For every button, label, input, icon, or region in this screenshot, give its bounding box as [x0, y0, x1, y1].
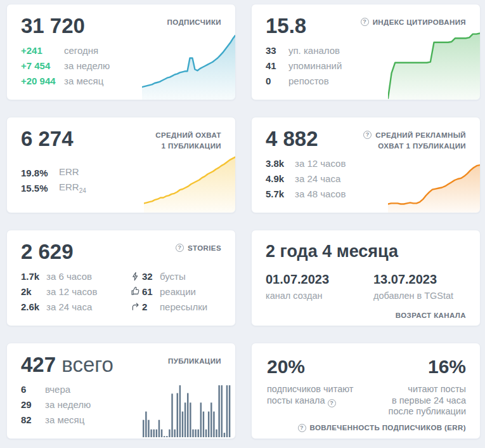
stat-value: 41 — [266, 60, 288, 71]
ad-reach-stats: 3.8k за 12 часов 4.9k за 24 часа 5.7k за… — [266, 155, 346, 201]
stat-value: 0 — [266, 76, 288, 86]
average-reach-value: 6 274 — [21, 128, 74, 150]
stat-label: реакции — [160, 286, 196, 297]
card-title-stories: ? STORIES — [176, 243, 221, 254]
stat-row: +7 454 за неделю — [21, 58, 110, 73]
stat-row: 61 реакции — [131, 284, 207, 299]
err24-percent: 16% — [428, 356, 466, 378]
stat-label: за 12 часов — [295, 158, 346, 169]
bolt-icon — [131, 271, 142, 282]
help-icon[interactable]: ? — [361, 18, 369, 26]
stat-value: 19.8% — [21, 168, 59, 178]
average-ad-reach-chart — [388, 147, 480, 213]
publications-count-suffix: всего — [56, 353, 113, 376]
added-date: 13.07.2023 — [373, 272, 453, 287]
stat-row: 4.9k за 24 часа — [266, 171, 346, 186]
stat-row: 3.8k за 12 часов — [266, 155, 346, 171]
stat-label: за месяц — [45, 414, 84, 425]
forward-icon — [131, 301, 142, 312]
stat-label: ERR — [59, 166, 79, 179]
err-stats: 19.8% ERR 15.5% ERR24 — [21, 165, 86, 195]
stat-label: упоминаний — [288, 60, 342, 71]
stat-label: репостов — [288, 76, 329, 86]
stat-row: 82 за месяц — [21, 412, 91, 427]
thumb-up-icon — [131, 286, 142, 296]
err-percent: 20% — [267, 356, 305, 378]
stat-label: за неделю — [64, 60, 110, 71]
stat-value: 5.7k — [266, 188, 295, 199]
stat-label: уп. каналов — [288, 45, 340, 56]
card-title-subscribers: ПОДПИСЧИКИ — [167, 17, 221, 28]
stat-value: 15.5% — [21, 183, 59, 194]
help-icon[interactable]: ? — [298, 424, 306, 432]
card-average-ad-reach: 4 882 ? СРЕДНИЙ РЕКЛАМНЫЙ ОХВАТ 1 ПУБЛИК… — [251, 117, 481, 213]
average-reach-chart — [144, 142, 235, 213]
subscribers-stats: +241 сегодня +7 454 за неделю +20 944 за… — [21, 43, 110, 88]
stat-value: 6 — [21, 384, 45, 395]
stories-engagement-stats: 32 бусты 61 реакции 2 пересылки — [131, 268, 207, 314]
stat-label: вчера — [45, 384, 70, 395]
stat-row: 32 бусты — [131, 268, 207, 284]
stat-row: 2.6k за 24 часа — [21, 299, 97, 314]
stat-label: ERR24 — [59, 181, 86, 194]
publications-bar-chart — [143, 381, 231, 437]
stat-row: 0 репостов — [266, 73, 342, 88]
stat-value: +20 944 — [21, 76, 64, 86]
help-icon[interactable]: ? — [328, 399, 336, 407]
stat-value: 3.8k — [266, 158, 295, 169]
card-channel-age: 2 года 4 месяца 01.07.2023 канал создан … — [251, 230, 481, 326]
stat-label: пересылки — [160, 301, 207, 312]
card-citation-index: 15.8 ? ИНДЕКС ЦИТИРОВАНИЯ 33 уп. каналов… — [251, 4, 481, 100]
stat-label: за 12 часов — [46, 286, 97, 297]
help-icon[interactable]: ? — [363, 131, 372, 139]
card-title-channel-age: ВОЗРАСТ КАНАЛА — [396, 312, 466, 319]
stat-label: за неделю — [45, 399, 91, 410]
stat-row: 29 за неделю — [21, 397, 91, 412]
stat-row: 1.7k за 6 часов — [21, 268, 97, 284]
stats-dashboard: 31 720 ПОДПИСЧИКИ +241 сегодня +7 454 за… — [0, 0, 485, 439]
stat-value: 29 — [21, 399, 45, 410]
card-average-reach: 6 274 СРЕДНИЙ ОХВАТ 1 ПУБЛИКАЦИИ 19.8% E… — [6, 117, 236, 213]
added-label: добавлен в TGStat — [373, 291, 453, 301]
stat-row: 5.7k за 48 часов — [266, 186, 346, 201]
citation-stats: 33 уп. каналов 41 упоминаний 0 репостов — [266, 43, 342, 88]
stat-label: бусты — [160, 271, 186, 282]
stat-value: 61 — [142, 286, 160, 297]
stat-label: за 6 часов — [46, 271, 92, 282]
title-line: 1 ПУБЛИКАЦИИ — [155, 141, 221, 152]
citation-index-chart — [388, 30, 480, 100]
citation-index-value: 15.8 — [266, 15, 306, 37]
subscribers-trend-chart — [142, 34, 235, 100]
card-subscribers: 31 720 ПОДПИСЧИКИ +241 сегодня +7 454 за… — [6, 4, 236, 100]
subscribers-count: 31 720 — [21, 15, 85, 37]
publications-count: 427 всего — [21, 353, 113, 376]
stat-row: 2 пересылки — [131, 299, 207, 314]
card-title-publications: ПУБЛИКАЦИИ — [168, 356, 221, 367]
title-line: СРЕДНИЙ ОХВАТ — [155, 130, 221, 141]
stat-value: +7 454 — [21, 60, 64, 71]
stat-value: 1.7k — [21, 271, 46, 282]
help-icon[interactable]: ? — [176, 244, 184, 252]
stat-row: 15.5% ERR24 — [21, 180, 86, 195]
stat-value: 2.6k — [21, 301, 46, 312]
stories-view-stats: 1.7k за 6 часов 2k за 12 часов 2.6k за 2… — [21, 268, 97, 314]
stat-row: 2k за 12 часов — [21, 284, 97, 299]
card-subscriber-engagement: 20% подписчиков читают посты канала? 16%… — [251, 343, 481, 439]
stat-row: 19.8% ERR — [21, 165, 86, 180]
stat-label: за 48 часов — [295, 188, 346, 199]
card-stories: 2 629 ? STORIES 1.7k за 6 часов 2k за 12… — [6, 230, 236, 326]
title-line: ОХВАТ 1 ПУБЛИКАЦИИ — [375, 141, 466, 152]
average-ad-reach-value: 4 882 — [266, 128, 318, 150]
stat-label: за месяц — [64, 76, 103, 86]
channel-age-value: 2 года 4 месяца — [266, 242, 398, 261]
stat-row: 6 вчера — [21, 381, 91, 397]
stat-label: сегодня — [64, 45, 98, 56]
stat-value: 82 — [21, 414, 45, 425]
stat-value: 33 — [266, 45, 288, 56]
stat-row: +241 сегодня — [21, 43, 110, 58]
stat-row: 33 уп. каналов — [266, 43, 342, 58]
card-title-citation: ? ИНДЕКС ЦИТИРОВАНИЯ — [361, 17, 466, 28]
stat-value: 2 — [142, 301, 160, 312]
created-date: 01.07.2023 — [266, 272, 329, 287]
stat-label: за 24 часа — [46, 301, 92, 312]
